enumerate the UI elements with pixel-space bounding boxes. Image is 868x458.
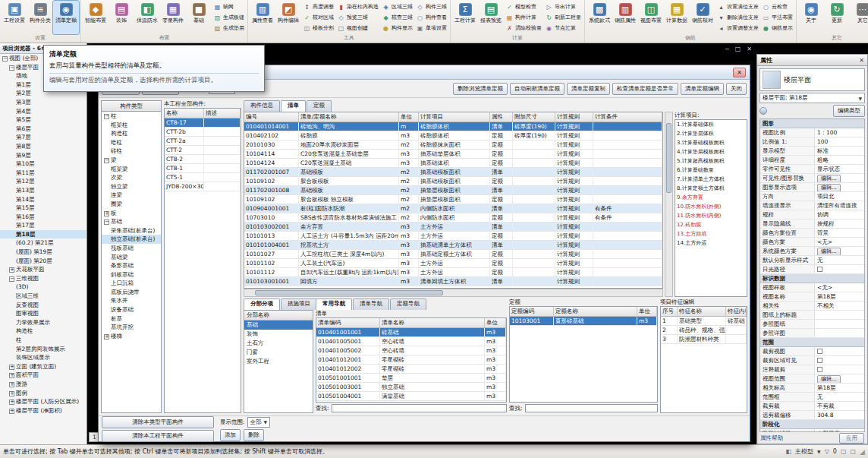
property-value[interactable]: 项目北 [815,192,864,201]
table-row[interactable]: CT5-1 [165,173,241,182]
table-row[interactable]: 010401005002空心砖墙m3 [316,346,506,355]
ribbon-button[interactable]: ◆核查三维 [380,12,414,23]
type-preview[interactable]: 楼层平面 [760,68,865,91]
table-row[interactable]: CT8-17 [165,118,241,128]
column-header[interactable]: 特征内容 [726,307,747,316]
calc-item[interactable]: 10.防水面积(外侧) [675,202,747,211]
tab-fenbu[interactable]: 分部分项 [244,298,280,310]
property-value[interactable]: 清理所有墙连接 [815,201,864,210]
tree-item[interactable]: −梁 [102,156,161,165]
collapse-icon[interactable]: − [104,158,109,163]
delete-button[interactable]: 删除 [244,429,264,441]
tree-item[interactable]: (屋面) 第19层 [0,248,86,257]
table-row[interactable]: 010401001001砖基础m3 [316,328,506,337]
edit-quota-button[interactable]: 清单定额编辑 [681,83,724,95]
copy-quota-button[interactable]: 清单定额复制 [567,83,610,95]
table-row[interactable]: CTT-2b [165,128,241,137]
tree-item[interactable]: 独立基础(桩承台) [102,235,161,244]
property-value[interactable]: <无> [815,283,864,292]
column-header[interactable]: 编号 [244,112,299,122]
tree-item[interactable]: 第10层 [0,160,86,169]
column-header[interactable]: 计算规则 [555,112,593,122]
tree-item[interactable]: 构造柱 [102,129,161,138]
ribbon-button[interactable]: Σ工程计算 [452,1,478,34]
collapse-icon[interactable]: − [9,65,14,71]
property-value[interactable]: 不剪裁 [815,402,864,410]
properties-help-link[interactable]: 属性帮助 [760,434,783,442]
table-row[interactable]: 10703010SBS改性沥青防水卷材热熔满铺法施工m2内侧防水面积定额计算规则… [244,213,662,223]
tree-item[interactable]: +漫游 [0,380,86,389]
calc-item[interactable]: 7.计算清单土方体积 [675,175,747,184]
property-value[interactable]: 编辑... [815,174,864,182]
ribbon-button[interactable]: ○云检查 [760,2,794,12]
ribbon-button[interactable]: ▣工程设置 [2,1,27,34]
clear-project-components-button[interactable]: 清除本工程平面构件 [102,430,214,442]
horizontal-scrollbar[interactable] [244,289,663,297]
ribbon-button[interactable]: □视图创建 [335,23,380,33]
tree-item[interactable]: 第3层 [0,98,86,107]
close-icon[interactable]: ✕ [747,46,752,52]
tree-item[interactable]: 上口沉箱 [102,279,161,288]
tree-item[interactable]: +面积平面 [0,371,86,380]
checkbox[interactable] [817,367,822,372]
ribbon-button[interactable]: ◉清单定额 [53,1,79,34]
properties-titlebar[interactable]: 属性 ✕ [757,55,867,66]
ribbon-button[interactable]: ✗清除校验量 [504,23,543,33]
ribbon-button[interactable]: ■基础 [186,1,212,34]
property-value[interactable] [815,311,864,319]
tree-item[interactable]: 框架梁 [102,165,161,174]
find-input[interactable] [332,404,507,412]
expand-icon[interactable]: + [9,373,14,378]
property-group-header[interactable]: 阶段化 [760,420,864,429]
ribbon-button[interactable]: ◫楼板分割 [301,23,335,33]
table-row[interactable]: 3防潮层材料种类 [661,335,747,344]
tree-item[interactable]: 第11层 [0,169,86,178]
table-row[interactable]: 10101013人工运土方 (斗容量1.5m3内 运距20m)m3土方外运定额计… [244,232,662,241]
tab-list[interactable]: 清单 [281,100,306,112]
ribbon-button[interactable]: ✓核对区域 [301,12,335,23]
table-row[interactable]: 010103002001余方弃置m3土方外运清单计算规则 [244,223,662,232]
expand-icon[interactable]: + [9,365,14,370]
ribbon-button[interactable]: ▤装饰 [108,1,134,34]
ribbon-button[interactable]: ▦零星构件 [160,1,186,34]
table-row[interactable]: 011702001007基础模板m2抽基础模板面积清单计算规则 [244,168,662,177]
column-header[interactable]: 定额编码 [510,307,554,316]
tree-item[interactable]: 框架柱 [102,121,161,130]
tree-item[interactable]: −基础 [102,217,161,226]
ribbon-button[interactable]: ▥属性查看 [250,1,275,34]
calc-item[interactable]: 5.计算超高模板面积 [675,156,747,166]
tree-item[interactable]: +楼层平面 (净面积) [0,406,86,415]
table-row[interactable]: 010501001001垫层m3 [316,374,506,383]
tree-item[interactable]: 装饰区域显示 [0,353,86,362]
ribbon-button[interactable]: ◩构件编辑 [275,1,301,34]
edit-type-button[interactable]: 编辑类型 [833,105,865,117]
ribbon-button[interactable]: ◉关于 [798,1,824,34]
section-item[interactable]: 室外工程 [244,357,313,366]
ribbon-button[interactable]: ▧生成板缝 [212,12,246,23]
tab-common-nav[interactable]: 常用导航 [316,298,352,310]
tree-item[interactable]: 基坑开挖 [102,323,161,332]
column-header[interactable]: 定额名称 [554,307,637,316]
tree-item[interactable]: 构造柱 [0,327,86,336]
column-header[interactable]: 名称 [165,109,204,118]
tab-cuoshi[interactable]: 措施项目 [281,298,317,310]
ribbon-button[interactable]: ↻刷新工程量 [543,12,583,23]
expand-icon[interactable]: + [9,267,14,273]
column-header[interactable]: 单位 [399,112,419,122]
range-dropdown[interactable]: 全部 ▼ [247,417,271,428]
tree-item[interactable]: 设备基础 [102,305,161,314]
ribbon-button[interactable]: ▭平法布置 [760,12,794,23]
properties-filter-icon[interactable] [760,107,767,115]
calc-item[interactable]: 1.计算基础体积 [675,120,747,129]
expand-icon[interactable]: + [9,382,14,387]
property-group-header[interactable]: 范围 [760,338,864,347]
table-row[interactable]: 10101112自卸汽车运土(载重8t内 运距1km以内)m3土方外运定额计算规… [244,268,662,277]
column-header[interactable]: 特征名称 [678,307,726,316]
table-row[interactable]: 010904001001桩(柱)面防水防潮m2内侧防水面积清单计算规则有条件 [244,204,662,213]
ribbon-button[interactable]: ◧保温防水 [134,1,160,34]
checkbox[interactable] [817,358,822,363]
ribbon-button[interactable]: ▣单项设置 [414,23,448,33]
tree-item[interactable]: 砖柱 [102,147,161,156]
edit-button[interactable]: 编辑... [817,184,841,191]
table-row[interactable]: JYD8-200×300 [165,182,241,191]
